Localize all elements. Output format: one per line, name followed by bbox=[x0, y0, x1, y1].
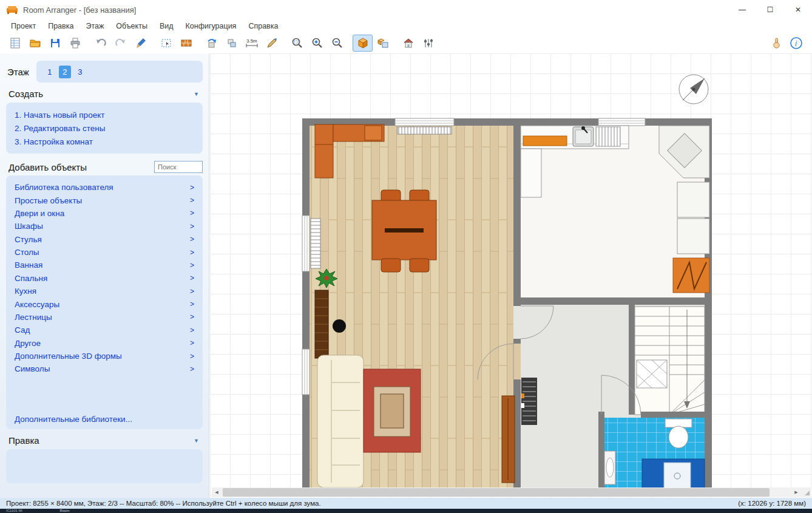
category-accessories[interactable]: Аксессуары> bbox=[15, 297, 194, 310]
scroll-right-button[interactable]: ▶ bbox=[791, 488, 801, 497]
menu-edit[interactable]: Правка bbox=[42, 21, 80, 32]
edit-section-title: Правка bbox=[8, 435, 39, 446]
scroll-thumb[interactable] bbox=[223, 488, 770, 497]
category-simple-objects[interactable]: Простые объекты> bbox=[15, 194, 194, 206]
orange-cabinet[interactable] bbox=[673, 258, 709, 293]
floor-tab-3[interactable]: 3 bbox=[74, 66, 86, 78]
tv-cabinet[interactable] bbox=[502, 396, 515, 483]
drain-board[interactable] bbox=[596, 127, 620, 146]
edit-panel bbox=[6, 449, 203, 483]
plan-canvas[interactable]: ◀ ▶ bbox=[210, 53, 812, 498]
collapse-edit-icon[interactable]: ▼ bbox=[194, 438, 199, 444]
chevron-right-icon: > bbox=[190, 183, 194, 192]
search-input[interactable] bbox=[154, 161, 203, 173]
paint-brush-icon bbox=[135, 37, 147, 49]
clone-3d-view-button[interactable] bbox=[373, 35, 393, 52]
create-step-setup-rooms[interactable]: 3. Настройка комнат bbox=[15, 135, 194, 148]
pen-icon bbox=[266, 37, 278, 49]
menu-objects[interactable]: Объекты bbox=[110, 21, 154, 32]
floor-tab-2[interactable]: 2 bbox=[59, 66, 71, 78]
category-additional-3d-shapes[interactable]: Дополнительные 3D формы> bbox=[15, 350, 194, 362]
category-other[interactable]: Другое> bbox=[15, 337, 194, 350]
category-doors-windows[interactable]: Двери и окна> bbox=[15, 207, 194, 220]
staircase[interactable] bbox=[635, 307, 705, 415]
rotate-object-button[interactable] bbox=[201, 35, 222, 52]
category-symbols[interactable]: Символы> bbox=[15, 362, 194, 375]
zoom-in-button[interactable] bbox=[307, 35, 327, 52]
insert-copy-button[interactable] bbox=[222, 35, 242, 52]
select-area-button[interactable] bbox=[156, 35, 176, 52]
kitchen-sink[interactable] bbox=[573, 126, 594, 146]
zoom-out-button[interactable] bbox=[327, 35, 347, 52]
category-bedroom[interactable]: Спальня> bbox=[15, 272, 194, 285]
desktop-label-fragment: IC1101 Mi bbox=[6, 509, 22, 512]
about-info-button[interactable]: i bbox=[786, 35, 806, 52]
resize-grip[interactable] bbox=[801, 488, 811, 497]
print-button[interactable] bbox=[65, 35, 85, 52]
new-document-icon bbox=[9, 37, 21, 49]
pointer-mode-button[interactable] bbox=[766, 35, 786, 52]
save-project-button[interactable] bbox=[45, 35, 65, 52]
bathroom-sink[interactable] bbox=[604, 451, 615, 484]
window-living-left-2[interactable] bbox=[302, 349, 310, 395]
paint-format-button[interactable] bbox=[130, 35, 151, 52]
category-stairs[interactable]: Лестницы> bbox=[15, 311, 194, 324]
redo-button[interactable] bbox=[110, 35, 130, 52]
measure-distance-button[interactable]: 3.5m bbox=[242, 35, 262, 52]
view-3d-button[interactable] bbox=[353, 35, 373, 52]
menu-view[interactable]: Вид bbox=[154, 21, 180, 32]
minimize-button[interactable]: — bbox=[728, 0, 756, 19]
bookshelf[interactable] bbox=[315, 290, 328, 358]
menu-help[interactable]: Справка bbox=[242, 21, 284, 32]
chevron-right-icon: > bbox=[190, 300, 194, 308]
window-kitchen-top[interactable] bbox=[598, 118, 645, 126]
new-project-button[interactable] bbox=[5, 35, 25, 52]
zoom-window-button[interactable] bbox=[287, 35, 307, 52]
collapse-create-icon[interactable]: ▼ bbox=[194, 91, 199, 97]
chevron-right-icon: > bbox=[190, 326, 194, 335]
floor-tab-1[interactable]: 1 bbox=[44, 66, 56, 78]
horizontal-scrollbar[interactable]: ◀ ▶ bbox=[212, 488, 811, 497]
floor-plan[interactable] bbox=[210, 53, 812, 488]
category-garden[interactable]: Сад> bbox=[15, 324, 194, 336]
category-kitchen[interactable]: Кухня> bbox=[15, 285, 194, 297]
sidebar: Этаж 1 2 3 Создать ▼ 1. Начать новый про… bbox=[0, 53, 209, 498]
rotate-arrow-icon bbox=[206, 37, 218, 49]
open-project-button[interactable] bbox=[25, 35, 45, 52]
dining-table-set[interactable] bbox=[372, 190, 436, 272]
close-button[interactable]: ✕ bbox=[784, 0, 812, 19]
maximize-button[interactable]: ☐ bbox=[756, 0, 784, 19]
chevron-right-icon: > bbox=[190, 235, 194, 243]
menu-project[interactable]: Проект bbox=[5, 21, 42, 32]
create-step-edit-walls[interactable]: 2. Редактировать стены bbox=[15, 121, 194, 135]
scroll-left-button[interactable]: ◀ bbox=[212, 488, 222, 497]
undo-button[interactable] bbox=[90, 35, 110, 52]
scroll-track[interactable] bbox=[222, 488, 791, 497]
potted-plant[interactable] bbox=[316, 269, 337, 288]
build-walls-button[interactable] bbox=[176, 35, 196, 52]
hall-radiator[interactable] bbox=[521, 378, 537, 425]
sofa[interactable] bbox=[317, 355, 364, 488]
taskbar-app-button[interactable]: Room bbox=[60, 509, 70, 512]
zoom-out-icon bbox=[331, 37, 343, 49]
category-bathroom[interactable]: Ванная> bbox=[15, 259, 194, 271]
more-libraries-link[interactable]: Дополнительные библиотеки... bbox=[15, 411, 194, 424]
category-chairs[interactable]: Стулья> bbox=[15, 233, 194, 246]
object-levels-button[interactable] bbox=[418, 35, 438, 52]
category-tables[interactable]: Столы> bbox=[15, 246, 194, 259]
hand-pointer-icon bbox=[770, 37, 782, 49]
floor-speaker[interactable] bbox=[333, 319, 346, 333]
category-cabinets[interactable]: Шкафы> bbox=[15, 220, 194, 233]
bathtub[interactable] bbox=[642, 459, 705, 488]
walkthrough-3d-button[interactable] bbox=[398, 35, 418, 52]
save-floppy-icon bbox=[49, 37, 61, 49]
window-living-left-1[interactable] bbox=[302, 216, 320, 271]
fireplace[interactable] bbox=[364, 369, 421, 452]
taskbar-sliver: IC1101 Mi Room bbox=[0, 509, 812, 513]
menu-configuration[interactable]: Конфигурация bbox=[180, 21, 243, 32]
menu-floor[interactable]: Этаж bbox=[80, 21, 110, 32]
create-step-new-project[interactable]: 1. Начать новый проект bbox=[15, 108, 194, 121]
chevron-right-icon: > bbox=[190, 209, 194, 217]
category-user-library[interactable]: Библиотека пользователя> bbox=[15, 181, 194, 194]
draw-line-button[interactable] bbox=[262, 35, 282, 52]
